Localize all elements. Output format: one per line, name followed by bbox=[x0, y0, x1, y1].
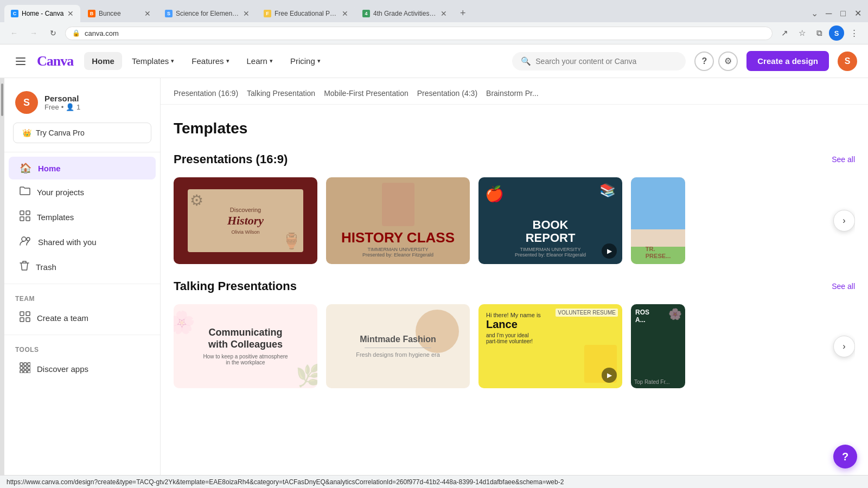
try-pro-button[interactable]: 👑 Try Canva Pro bbox=[13, 123, 151, 143]
canva-logo[interactable]: Canva bbox=[37, 53, 73, 69]
scrollbar[interactable] bbox=[0, 78, 4, 485]
help-fab-button[interactable]: ? bbox=[833, 445, 857, 468]
carousel-arrow-talking[interactable]: › bbox=[833, 336, 855, 357]
address-bar[interactable]: 🔒 canva.com bbox=[65, 27, 773, 40]
card-partial-ros[interactable]: 🌸 ROSA... Top Rated Fr... bbox=[631, 304, 685, 388]
forward-button[interactable]: → bbox=[26, 25, 41, 41]
card-lance[interactable]: VOLUNTEER RESUME Hi there! My name is La… bbox=[478, 304, 622, 388]
nav-pricing[interactable]: Pricing ▾ bbox=[283, 52, 328, 70]
carousel-arrow-169[interactable]: › bbox=[833, 210, 855, 232]
svg-point-8 bbox=[27, 237, 30, 241]
card-partial-sky bbox=[631, 177, 685, 229]
address-url: canva.com bbox=[85, 29, 119, 37]
bookreport-sub: TIMMERMAN UNIVERSITYPresented by: Eleano… bbox=[515, 247, 586, 258]
sidebar-item-trash[interactable]: Trash bbox=[9, 255, 156, 279]
nav-templates[interactable]: Templates ▾ bbox=[124, 52, 182, 70]
svg-rect-21 bbox=[28, 370, 30, 373]
play-button-overlay-bookreport[interactable]: ▶ bbox=[602, 243, 617, 259]
bookmark-button[interactable]: ☆ bbox=[794, 25, 809, 41]
svg-rect-5 bbox=[20, 217, 24, 221]
tab-home-canva[interactable]: C Home - Canva ✕ bbox=[4, 5, 80, 22]
templates-chevron-icon: ▾ bbox=[171, 57, 174, 65]
more-button[interactable]: ⋮ bbox=[846, 25, 861, 41]
sidebar-item-templates[interactable]: Templates bbox=[9, 205, 156, 229]
search-input[interactable] bbox=[535, 57, 677, 66]
try-pro-label: Try Canva Pro bbox=[36, 129, 85, 137]
tab-buncee[interactable]: B Buncee ✕ bbox=[81, 5, 157, 22]
nav-home[interactable]: Home bbox=[84, 52, 122, 70]
tab-close-1[interactable]: ✕ bbox=[67, 9, 74, 18]
discovering-text: Discovering bbox=[230, 207, 261, 213]
tab-overflow-button[interactable]: ⌄ bbox=[807, 5, 822, 22]
card-discovering-history[interactable]: ⚙ 🏺 Discovering History Olivia Wilson bbox=[174, 177, 317, 264]
back-button[interactable]: ← bbox=[7, 25, 22, 41]
tab-close-2[interactable]: ✕ bbox=[144, 9, 151, 18]
play-button-overlay-lance[interactable]: ▶ bbox=[602, 368, 617, 383]
tab-label-2: Buncee bbox=[99, 10, 141, 17]
browser-profile[interactable]: S bbox=[829, 25, 844, 41]
create-team-icon bbox=[20, 311, 30, 325]
scroll-tag-presentation-43[interactable]: Presentation (4:3) bbox=[417, 87, 477, 100]
search-bar[interactable]: 🔍 bbox=[512, 52, 686, 70]
hamburger-button[interactable] bbox=[11, 52, 30, 71]
sidebar-label-create-team: Create a team bbox=[37, 313, 88, 323]
svg-rect-19 bbox=[20, 370, 23, 373]
sidebar-section-divider-tools bbox=[4, 335, 160, 335]
card-partial-tr[interactable]: TR.PRESE... bbox=[631, 177, 685, 264]
folder-icon bbox=[20, 186, 30, 198]
tab-close-3[interactable]: ✕ bbox=[243, 9, 250, 18]
new-tab-button[interactable]: + bbox=[455, 4, 471, 22]
tab-label-3: Science for Elementary: R... bbox=[176, 10, 240, 17]
sidebar-item-discover-apps[interactable]: Discover apps bbox=[9, 357, 156, 381]
sidebar-section-divider-team bbox=[4, 284, 160, 284]
see-all-169[interactable]: See all bbox=[832, 155, 855, 164]
share-button[interactable]: ↗ bbox=[777, 25, 792, 41]
reload-button[interactable]: ↻ bbox=[46, 25, 61, 41]
scroll-tag-mobile-first[interactable]: Mobile-First Presentation bbox=[324, 87, 409, 100]
mintmade-content: Mintmade Fashion Fresh designs from hygi… bbox=[356, 335, 440, 358]
see-all-talking[interactable]: See all bbox=[832, 282, 855, 291]
help-button[interactable]: ? bbox=[694, 52, 714, 71]
tab-close-4[interactable]: ✕ bbox=[342, 9, 348, 18]
card-communicating[interactable]: 🌸 🌿 Communicatingwith Colleagues How to … bbox=[174, 304, 317, 388]
bookreport-books: 📚 bbox=[599, 183, 616, 198]
sidebar-label-shared: Shared with you bbox=[38, 237, 97, 247]
tab-free-ppt[interactable]: F Free Educational PowerPo... ✕ bbox=[257, 5, 355, 22]
tab-label-5: 4th Grade Activities | Tea... bbox=[373, 10, 437, 17]
svg-rect-0 bbox=[16, 57, 25, 59]
card-mintmade-fashion[interactable]: Mintmade Fashion Fresh designs from hygi… bbox=[326, 304, 470, 388]
sidebar-item-shared[interactable]: Shared with you bbox=[9, 230, 156, 254]
scroll-tag-presentation-169[interactable]: Presentation (16:9) bbox=[174, 87, 238, 100]
card-history-class[interactable]: HISTORY CLASS TIMMERMAN UNIVERSITYPresen… bbox=[326, 177, 470, 264]
histclass-sub: TIMMERMAN UNIVERSITYPresented by: Eleano… bbox=[362, 247, 433, 258]
sidebar-avatar[interactable]: S bbox=[15, 91, 38, 114]
bookreport-apple: 🍎 bbox=[485, 185, 504, 203]
sidebar-divider bbox=[4, 152, 160, 152]
split-button[interactable]: ⧉ bbox=[812, 25, 827, 41]
sidebar-item-your-projects[interactable]: Your projects bbox=[9, 181, 156, 204]
settings-button[interactable]: ⚙ bbox=[718, 52, 738, 71]
section-title-talking: Talking Presentations bbox=[174, 279, 297, 293]
tab-favicon-2: B bbox=[88, 10, 95, 17]
sidebar-profile-info: Personal Free • 👤 1 bbox=[44, 94, 80, 111]
scroll-tag-brainstorm[interactable]: Brainstorm Pr... bbox=[486, 87, 538, 100]
maximize-button[interactable]: □ bbox=[838, 8, 848, 20]
close-button[interactable]: ✕ bbox=[852, 7, 864, 20]
communicating-sub: How to keep a positive atmospherein the … bbox=[203, 354, 288, 365]
main-content: Presentation (16:9) Talking Presentation… bbox=[161, 78, 868, 485]
tab-close-5[interactable]: ✕ bbox=[441, 9, 447, 18]
sidebar-label-projects: Your projects bbox=[37, 188, 84, 197]
minimize-button[interactable]: ─ bbox=[824, 8, 834, 20]
sidebar-item-home[interactable]: 🏠 Home bbox=[9, 157, 156, 179]
tab-4th-grade[interactable]: 4 4th Grade Activities | Tea... ✕ bbox=[356, 5, 454, 22]
nav-learn[interactable]: Learn ▾ bbox=[239, 52, 280, 70]
tab-bar: C Home - Canva ✕ B Buncee ✕ S Science fo… bbox=[0, 0, 868, 22]
card-book-report[interactable]: 🍎 📚 BOOKREPORT TIMMERMAN UNIVERSITYPrese… bbox=[478, 177, 622, 264]
create-design-button[interactable]: Create a design bbox=[746, 51, 829, 71]
nav-features[interactable]: Features ▾ bbox=[184, 52, 237, 70]
scroll-tag-talking[interactable]: Talking Presentation bbox=[247, 87, 315, 100]
user-avatar-nav[interactable]: S bbox=[838, 52, 857, 71]
sidebar-item-create-team[interactable]: Create a team bbox=[9, 306, 156, 330]
tab-science[interactable]: S Science for Elementary: R... ✕ bbox=[158, 5, 256, 22]
history-deco-2: 🏺 bbox=[282, 232, 301, 250]
